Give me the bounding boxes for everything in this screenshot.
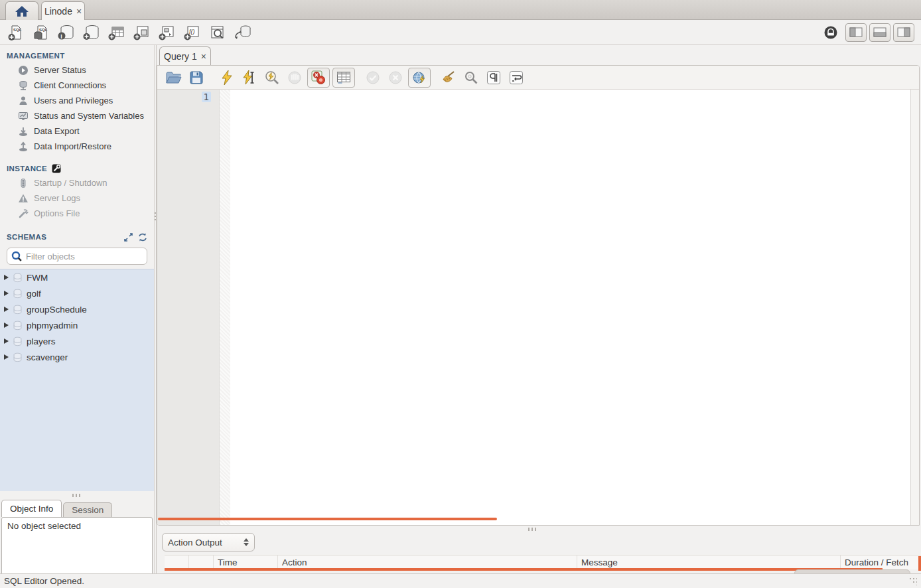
output-type-select[interactable]: Action Output (162, 533, 255, 551)
explain-button[interactable] (261, 68, 283, 88)
expander-icon[interactable] (4, 275, 9, 280)
expand-schemas-icon[interactable] (124, 233, 133, 242)
sidebar-horizontal-splitter[interactable] (0, 491, 154, 499)
limit-rows-button[interactable] (332, 68, 355, 88)
schema-inspector-button[interactable]: i (54, 22, 78, 43)
close-icon[interactable]: × (201, 52, 206, 61)
toggle-bottom-panel-button[interactable] (869, 23, 890, 42)
column-status[interactable] (165, 555, 189, 569)
data-export-icon (17, 126, 29, 137)
sidebar-item-label: Users and Privileges (34, 96, 113, 106)
schema-filter (7, 248, 147, 265)
svg-text:f(): f() (189, 29, 195, 35)
close-icon[interactable]: × (76, 7, 82, 16)
mysql-workbench-window: Linode × SQL SQL i f() (0, 0, 921, 588)
column-time[interactable]: Time (214, 555, 278, 569)
data-import-icon (17, 141, 29, 152)
toggle-stop-on-error-button[interactable] (307, 68, 330, 88)
column-duration-fetch[interactable]: Duration / Fetch (841, 555, 921, 569)
expander-icon[interactable] (4, 307, 9, 312)
create-schema-button[interactable] (80, 22, 104, 43)
sidebar-item-server-status[interactable]: Server Status (0, 62, 154, 78)
filter-objects-input[interactable] (26, 252, 143, 261)
search-table-data-button[interactable] (206, 22, 230, 43)
home-tab[interactable] (5, 1, 38, 20)
save-script-button[interactable] (185, 68, 208, 88)
create-table-button[interactable] (105, 22, 129, 43)
output-table-header: Time Action Message Duration / Fetch (165, 555, 921, 569)
sidebar-item-label: Client Connections (34, 80, 106, 90)
schema-node-phpmyadmin[interactable]: phpmyadmin (0, 317, 154, 333)
resize-grip[interactable] (909, 577, 917, 585)
tab-session[interactable]: Session (63, 502, 112, 517)
sidebar-item-label: Status and System Variables (34, 111, 144, 121)
refresh-schemas-icon[interactable] (138, 233, 147, 242)
open-file-button[interactable] (163, 68, 185, 88)
output-vertical-scrollbar[interactable] (918, 556, 921, 571)
beautify-button[interactable] (437, 68, 460, 88)
schemas-title: SCHEMAS (7, 233, 46, 241)
sidebar-item-status-system-variables[interactable]: Status and System Variables (0, 108, 154, 123)
object-info-text: No object selected (7, 521, 81, 531)
schema-node-fwm[interactable]: FWM (0, 269, 154, 285)
select-spinner-icon (244, 538, 249, 546)
sidebar-item-users-privileges[interactable]: Users and Privileges (0, 93, 154, 108)
server-status-icon (17, 65, 29, 76)
sidebar-item-server-logs[interactable]: Server Logs (0, 190, 154, 206)
sql-text-area[interactable] (230, 90, 910, 525)
expander-icon[interactable] (4, 291, 9, 296)
expander-icon[interactable] (4, 354, 9, 360)
find-button[interactable] (460, 68, 482, 88)
toggle-right-panel-button[interactable] (893, 23, 914, 42)
management-section-header: MANAGEMENT (0, 49, 154, 62)
editor-toolbar (157, 66, 919, 90)
sidebar-item-client-connections[interactable]: Client Connections (0, 78, 154, 93)
sidebar-item-data-export[interactable]: Data Export (0, 123, 154, 139)
connection-tab[interactable]: Linode × (41, 1, 85, 20)
execute-current-button[interactable] (238, 68, 261, 88)
column-message[interactable]: Message (577, 555, 841, 569)
open-sql-script-button[interactable]: SQL (29, 22, 53, 43)
output-horizontal-scrollbar[interactable] (165, 568, 883, 571)
commit-button[interactable] (362, 68, 384, 88)
instance-admin-badge-icon (52, 164, 61, 173)
sidebar-item-label: Server Logs (34, 193, 80, 203)
tab-object-info[interactable]: Object Info (1, 500, 62, 517)
toggle-left-panel-button[interactable] (845, 23, 867, 42)
create-view-button[interactable] (130, 22, 154, 43)
rollback-button[interactable] (384, 68, 407, 88)
expander-icon[interactable] (4, 323, 9, 328)
schema-name: players (27, 336, 56, 346)
reconnect-dbms-button[interactable] (231, 22, 255, 43)
sidebar-item-startup-shutdown[interactable]: Startup / Shutdown (0, 175, 154, 190)
expander-icon[interactable] (4, 338, 9, 344)
execute-button[interactable] (216, 68, 238, 88)
line-number: 1 (202, 92, 211, 102)
search-icon (11, 251, 23, 262)
stop-button[interactable] (283, 68, 306, 88)
sidebar-item-options-file[interactable]: Options File (0, 206, 154, 221)
word-wrap-button[interactable] (505, 68, 528, 88)
toggle-autocommit-button[interactable] (408, 68, 431, 88)
column-action[interactable]: Action (278, 555, 577, 569)
schema-node-scavenger[interactable]: scavenger (0, 349, 154, 365)
tab-query-1[interactable]: Query 1 × (159, 46, 211, 65)
notifications-button[interactable] (819, 22, 843, 43)
create-procedure-button[interactable] (155, 22, 179, 43)
schema-node-golf[interactable]: golf (0, 285, 154, 301)
sidebar-item-label: Startup / Shutdown (34, 178, 107, 188)
invisible-characters-button[interactable] (482, 68, 505, 88)
new-query-tab-button[interactable]: SQL (4, 22, 28, 43)
status-variables-icon (17, 111, 29, 121)
column-index[interactable] (189, 555, 214, 569)
editor-horizontal-scrollbar[interactable] (158, 518, 497, 520)
editor-vertical-scrollbar[interactable] (910, 90, 919, 525)
sidebar-item-data-import[interactable]: Data Import/Restore (0, 139, 154, 154)
schema-name: golf (27, 289, 41, 299)
client-connections-icon (17, 80, 29, 91)
output-splitter[interactable] (157, 526, 920, 532)
schema-node-players[interactable]: players (0, 333, 154, 349)
management-title: MANAGEMENT (7, 52, 65, 60)
create-function-button[interactable]: f() (180, 22, 204, 43)
schema-node-groupschedule[interactable]: groupSchedule (0, 301, 154, 317)
